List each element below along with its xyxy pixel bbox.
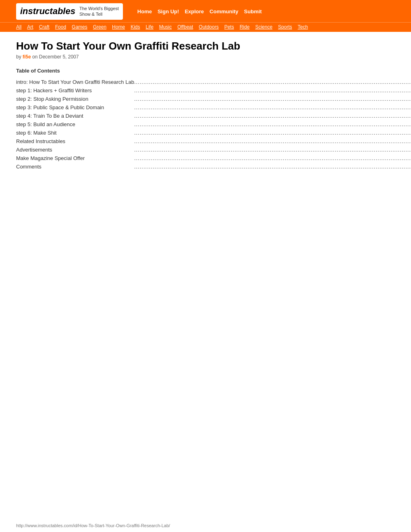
author-link[interactable]: fi5e <box>23 54 31 60</box>
cat-link-food[interactable]: Food <box>55 24 66 30</box>
logo-tagline: The World's Biggest Show & Tell <box>79 6 119 17</box>
toc-row: step 3: Public Space & Public Domain....… <box>16 103 411 112</box>
toc-dots: ........................................… <box>134 137 411 145</box>
toc-label[interactable]: step 3: Public Space & Public Domain <box>16 103 134 112</box>
toc-dots: ........................................… <box>134 112 411 120</box>
cat-link-all[interactable]: All <box>16 24 21 30</box>
toc-dots: ........................................… <box>134 120 411 129</box>
toc-dots: ........................................… <box>134 78 411 86</box>
main-content: How To Start Your Own Graffiti Research … <box>0 32 411 187</box>
header: instructables The World's Biggest Show &… <box>0 0 411 22</box>
cat-link-ride[interactable]: Ride <box>240 24 250 30</box>
cat-link-outdoors[interactable]: Outdoors <box>199 24 218 30</box>
toc-label[interactable]: step 1: Hackers + Graffiti Writers <box>16 86 134 95</box>
cat-link-tech[interactable]: Tech <box>298 24 308 30</box>
cat-link-art[interactable]: Art <box>27 24 33 30</box>
cat-link-craft[interactable]: Craft <box>39 24 50 30</box>
cat-link-life[interactable]: Life <box>145 24 153 30</box>
header-nav: HomeSign Up!ExploreCommunitySubmit <box>137 8 262 15</box>
logo-box: instructables The World's Biggest Show &… <box>16 3 123 20</box>
toc-label[interactable]: step 4: Train To Be a Deviant <box>16 112 134 120</box>
toc-row: Related Instructables...................… <box>16 137 411 145</box>
header-top: instructables The World's Biggest Show &… <box>16 3 395 22</box>
nav-link-sign-up-[interactable]: Sign Up! <box>158 8 179 15</box>
cat-link-kids[interactable]: Kids <box>131 24 140 30</box>
toc-dots: ........................................… <box>134 145 411 154</box>
cat-link-science[interactable]: Science <box>255 24 272 30</box>
toc-label[interactable]: Make Magazine Special Offer <box>16 154 134 162</box>
toc-row: step 6: Make Shit.......................… <box>16 129 411 137</box>
toc-table: intro: How To Start Your Own Graffiti Re… <box>16 78 411 171</box>
toc-dots: ........................................… <box>134 154 411 162</box>
toc-row: step 1: Hackers + Graffiti Writers......… <box>16 86 411 95</box>
cat-link-offbeat[interactable]: Offbeat <box>177 24 193 30</box>
toc-label[interactable]: Comments <box>16 162 134 171</box>
toc-label[interactable]: step 2: Stop Asking Permission <box>16 95 134 103</box>
toc-row: Advertisements..........................… <box>16 145 411 154</box>
cat-link-music[interactable]: Music <box>159 24 172 30</box>
nav-link-explore[interactable]: Explore <box>185 8 204 15</box>
logo-text: instructables <box>20 6 75 17</box>
toc-label[interactable]: intro: How To Start Your Own Graffiti Re… <box>16 78 134 86</box>
nav-link-community[interactable]: Community <box>210 8 239 15</box>
nav-link-submit[interactable]: Submit <box>244 8 262 15</box>
cat-link-games[interactable]: Games <box>72 24 87 30</box>
toc-row: Comments................................… <box>16 162 411 171</box>
toc-dots: ........................................… <box>134 103 411 112</box>
toc-row: Make Magazine Special Offer.............… <box>16 154 411 162</box>
nav-link-home[interactable]: Home <box>137 8 152 15</box>
cat-link-home[interactable]: Home <box>112 24 125 30</box>
toc-row: step 4: Train To Be a Deviant...........… <box>16 112 411 120</box>
footer-url: http://www.instructables.com/id/How-To-S… <box>16 523 170 528</box>
category-nav: AllArtCraftFoodGamesGreenHomeKidsLifeMus… <box>0 22 411 32</box>
toc-dots: ........................................… <box>134 86 411 95</box>
toc-row: step 2: Stop Asking Permission..........… <box>16 95 411 103</box>
toc-heading: Table of Contents <box>16 68 395 74</box>
toc-label[interactable]: step 5: Build an Audience <box>16 120 134 129</box>
toc-dots: ........................................… <box>134 129 411 137</box>
byline: by fi5e on December 5, 2007 <box>16 54 395 60</box>
toc-label[interactable]: step 6: Make Shit <box>16 129 134 137</box>
page-title: How To Start Your Own Graffiti Research … <box>16 40 395 52</box>
cat-link-pets[interactable]: Pets <box>224 24 234 30</box>
toc-label[interactable]: Advertisements <box>16 145 134 154</box>
cat-link-sports[interactable]: Sports <box>278 24 292 30</box>
toc-row: step 5: Build an Audience...............… <box>16 120 411 129</box>
toc-dots: ........................................… <box>134 162 411 171</box>
toc-row: intro: How To Start Your Own Graffiti Re… <box>16 78 411 86</box>
toc-label[interactable]: Related Instructables <box>16 137 134 145</box>
cat-link-green[interactable]: Green <box>93 24 106 30</box>
toc-dots: ........................................… <box>134 95 411 103</box>
